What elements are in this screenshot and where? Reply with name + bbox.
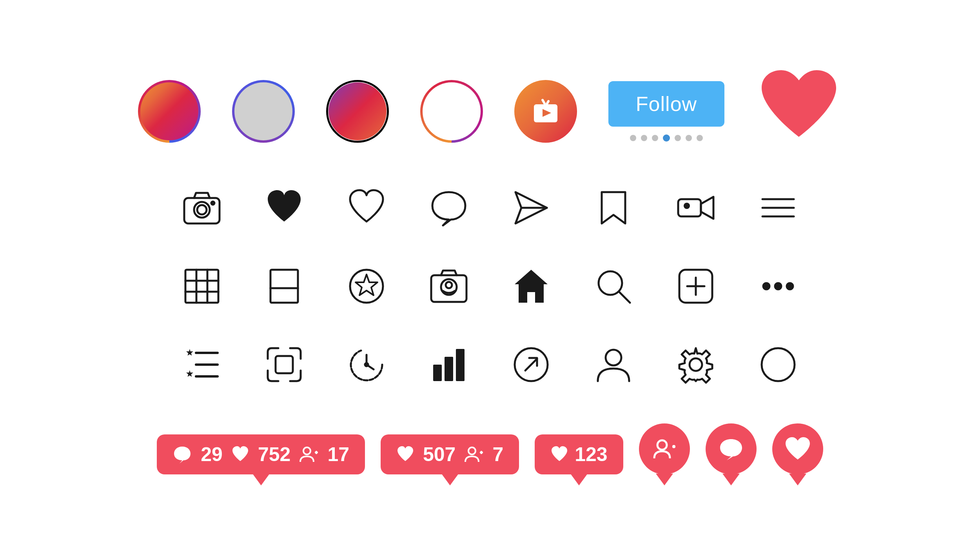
story-circle-3[interactable] <box>326 80 389 143</box>
activity-icon[interactable] <box>174 337 229 392</box>
icon-row-4 <box>174 337 806 392</box>
notification-badge-3[interactable]: 123 <box>535 434 623 474</box>
heart-count-2: 507 <box>423 443 456 466</box>
star-circle-icon[interactable] <box>339 259 394 314</box>
home-icon[interactable] <box>504 259 559 314</box>
heart-count: 752 <box>258 443 290 466</box>
svg-rect-48 <box>445 357 453 381</box>
notification-badge-2[interactable]: 507 7 <box>381 434 519 474</box>
big-heart-icon <box>756 66 842 157</box>
send-icon[interactable] <box>504 180 559 235</box>
story-circle-1[interactable] <box>138 80 201 143</box>
svg-line-51 <box>525 359 537 371</box>
svg-point-34 <box>775 283 781 289</box>
dots-row <box>630 134 703 142</box>
svg-rect-21 <box>270 270 298 303</box>
notification-badge-follow[interactable] <box>639 423 690 474</box>
notification-badge-heart[interactable] <box>772 423 823 474</box>
menu-icon[interactable] <box>751 180 806 235</box>
svg-point-58 <box>468 447 475 454</box>
igtv-circle[interactable] <box>514 80 577 143</box>
bookmark-icon[interactable] <box>586 180 641 235</box>
svg-rect-1 <box>541 98 546 105</box>
svg-point-33 <box>763 283 769 289</box>
notifications-row: 29 752 17 507 7 123 <box>157 423 823 488</box>
radio-unselected-icon[interactable] <box>751 337 806 392</box>
svg-rect-16 <box>185 270 218 303</box>
svg-point-61 <box>657 440 667 450</box>
svg-point-53 <box>690 358 702 371</box>
svg-point-7 <box>211 202 214 205</box>
bar-chart-icon[interactable] <box>421 337 476 392</box>
dot-3[interactable] <box>652 135 658 141</box>
comment-icon[interactable] <box>421 180 476 235</box>
external-link-icon[interactable] <box>504 337 559 392</box>
main-container: Follow <box>0 0 980 554</box>
svg-rect-49 <box>456 349 465 381</box>
screenshot-icon[interactable] <box>257 337 312 392</box>
notification-badge-1[interactable]: 29 752 17 <box>157 434 365 474</box>
dot-7[interactable] <box>697 135 703 141</box>
icon-row-3 <box>174 259 806 314</box>
single-post-icon[interactable] <box>257 259 312 314</box>
icon-row-2 <box>174 180 806 235</box>
heart-filled-icon[interactable] <box>257 180 312 235</box>
svg-rect-43 <box>276 356 293 373</box>
notification-badge-comment[interactable] <box>706 423 757 474</box>
camera-icon[interactable] <box>174 180 229 235</box>
search-icon[interactable] <box>586 259 641 314</box>
svg-marker-37 <box>186 349 193 355</box>
dot-6[interactable] <box>686 135 692 141</box>
comment-count: 29 <box>201 443 223 466</box>
follow-count: 17 <box>327 443 349 466</box>
dot-5[interactable] <box>675 135 681 141</box>
svg-marker-11 <box>701 197 713 219</box>
grid-icon[interactable] <box>174 259 229 314</box>
svg-point-35 <box>787 283 793 289</box>
svg-point-55 <box>303 447 310 454</box>
dot-4-active[interactable] <box>663 134 670 142</box>
svg-point-12 <box>684 203 690 209</box>
profile-photo-icon[interactable] <box>421 259 476 314</box>
add-post-icon[interactable] <box>668 259 723 314</box>
svg-line-46 <box>367 365 374 369</box>
heart-outline-icon[interactable] <box>339 180 394 235</box>
more-icon[interactable] <box>751 259 806 314</box>
svg-marker-24 <box>356 274 377 295</box>
story-circle-4[interactable] <box>420 80 483 143</box>
svg-rect-47 <box>433 365 442 381</box>
svg-rect-10 <box>678 199 701 216</box>
svg-point-52 <box>606 350 621 365</box>
svg-point-6 <box>197 205 207 214</box>
profile-icon[interactable] <box>586 337 641 392</box>
settings-icon[interactable] <box>668 337 723 392</box>
heart-count-3: 123 <box>575 443 607 466</box>
row1: Follow <box>138 66 842 157</box>
svg-line-29 <box>619 292 630 303</box>
follow-button[interactable]: Follow <box>608 81 724 127</box>
svg-point-27 <box>446 282 452 288</box>
video-camera-icon[interactable] <box>668 180 723 235</box>
svg-marker-39 <box>186 370 193 376</box>
dot-2[interactable] <box>641 135 647 141</box>
dot-1[interactable] <box>630 135 636 141</box>
story-circle-2[interactable] <box>232 80 295 143</box>
svg-point-54 <box>762 348 795 381</box>
clock-icon[interactable] <box>339 337 394 392</box>
follow-section: Follow <box>608 81 724 142</box>
follow-count-2: 7 <box>492 443 503 466</box>
